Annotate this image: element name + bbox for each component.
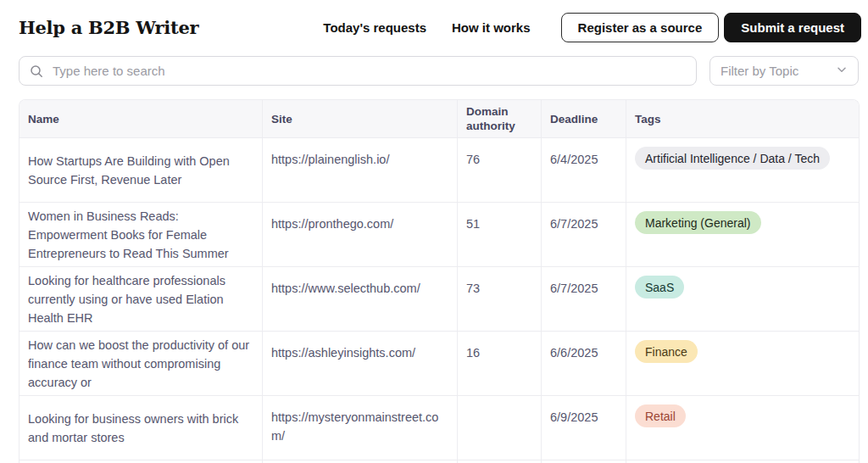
filter-label: Filter by Topic xyxy=(721,64,798,78)
column-header-site: Site xyxy=(262,100,457,137)
request-tags-cell: SaaS xyxy=(626,267,859,331)
table-header-row: Name Site Domain authority Deadline Tags xyxy=(19,100,859,138)
tag-badge: Retail xyxy=(635,404,686,427)
request-deadline-cell: 6/7/2025 xyxy=(541,203,626,266)
request-name-cell: How can we boost the productivity of our… xyxy=(19,332,262,395)
column-header-tags: Tags xyxy=(626,100,859,137)
request-tags-cell: Retail xyxy=(626,396,859,460)
nav-todays-requests[interactable]: Today's requests xyxy=(323,20,426,35)
request-site-cell: https://mysteryonmainstreet.com/ xyxy=(262,396,457,460)
filter-by-topic-dropdown[interactable]: Filter by Topic xyxy=(709,56,859,86)
request-deadline-cell: 6/9/2025 xyxy=(541,396,626,460)
search-box[interactable] xyxy=(19,56,697,86)
request-da-cell xyxy=(457,396,541,460)
header-nav: Today's requests How it works Register a… xyxy=(323,13,861,42)
requests-table: Name Site Domain authority Deadline Tags… xyxy=(19,99,860,463)
request-site-cell: https://ashleyinsights.com/ xyxy=(262,332,457,395)
request-tags-cell: Marketing (General) xyxy=(626,203,859,266)
tag-badge: SaaS xyxy=(635,276,684,298)
search-input[interactable] xyxy=(51,63,686,79)
request-da-cell: 76 xyxy=(457,138,541,202)
request-da-cell: 16 xyxy=(457,332,541,395)
column-header-deadline: Deadline xyxy=(541,100,626,137)
request-site-cell: https://plainenglish.io/ xyxy=(262,138,457,202)
request-deadline-cell: 6/7/2025 xyxy=(541,267,626,331)
search-icon xyxy=(30,64,43,78)
request-tags-cell: Finance xyxy=(626,332,859,395)
table-row[interactable]: How can we boost the productivity of our… xyxy=(19,332,859,396)
request-da-cell: 73 xyxy=(457,267,541,331)
chevron-down-icon xyxy=(836,64,848,78)
table-row[interactable]: How Startups Are Building with Open Sour… xyxy=(19,138,859,203)
request-name-cell: Looking for business owners with brick a… xyxy=(19,396,262,460)
request-deadline-cell: 6/4/2025 xyxy=(541,138,626,202)
request-da-cell: 51 xyxy=(457,203,541,266)
brand-logo[interactable]: Help a B2B Writer xyxy=(19,17,198,38)
request-name-cell: Women in Business Reads: Empowerment Boo… xyxy=(19,203,262,266)
toolbar: Filter by Topic xyxy=(0,49,868,86)
table-row[interactable]: Looking for healthcare professionals cur… xyxy=(19,267,859,332)
tag-badge: Artificial Intelligence / Data / Tech xyxy=(635,147,830,170)
nav-how-it-works[interactable]: How it works xyxy=(452,20,531,35)
request-site-cell: https://www.selecthub.com/ xyxy=(262,267,457,331)
request-site-cell: https://pronthego.com/ xyxy=(262,203,457,266)
column-header-domain-authority: Domain authority xyxy=(457,100,541,137)
tag-badge: Marketing (General) xyxy=(635,211,761,234)
top-header: Help a B2B Writer Today's requests How i… xyxy=(0,0,868,49)
request-deadline-cell: 6/6/2025 xyxy=(541,332,626,395)
request-tags-cell: Artificial Intelligence / Data / Tech xyxy=(626,138,859,202)
table-row[interactable]: Women in Business Reads: Empowerment Boo… xyxy=(19,203,859,267)
request-name-cell: Looking for healthcare professionals cur… xyxy=(19,267,262,331)
register-as-source-button[interactable]: Register as a source xyxy=(561,13,720,42)
request-name-cell: How Startups Are Building with Open Sour… xyxy=(19,138,262,202)
column-header-name: Name xyxy=(19,100,262,137)
table-row[interactable]: Looking for business owners with brick a… xyxy=(19,396,859,460)
submit-request-button[interactable]: Submit a request xyxy=(724,13,861,42)
tag-badge: Finance xyxy=(635,340,698,363)
